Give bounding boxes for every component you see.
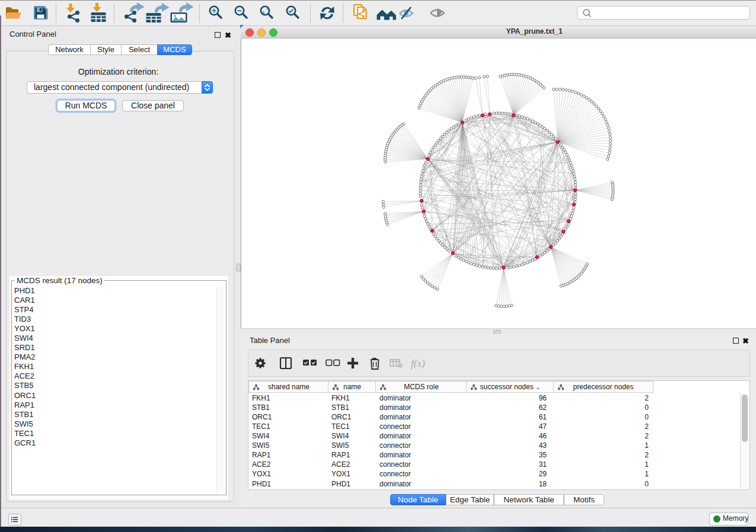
svg-text:f(x): f(x) [411, 358, 425, 369]
